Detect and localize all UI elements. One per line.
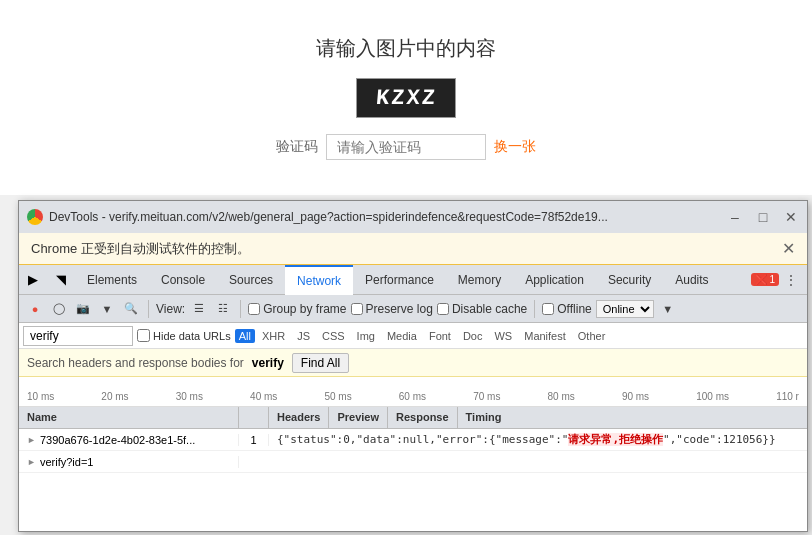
tab-elements[interactable]: Elements — [75, 265, 149, 295]
filter-font[interactable]: Font — [424, 329, 456, 343]
filter-all[interactable]: All — [235, 329, 255, 343]
tab-end-area: ❌ 1 ⋮ — [751, 272, 807, 288]
timeline-marker-110: 110 r — [776, 391, 799, 402]
tab-memory[interactable]: Memory — [446, 265, 513, 295]
devtools-tabs: ▶ ◥ Elements Console Sources Network Per… — [19, 265, 807, 295]
hide-data-url-checkbox[interactable] — [137, 329, 150, 342]
response-highlight: 请求异常,拒绝操作 — [568, 433, 663, 446]
separator-2 — [240, 300, 241, 318]
element-picker-icon[interactable]: ▶ — [19, 265, 47, 295]
tab-audits[interactable]: Audits — [663, 265, 720, 295]
tab-console[interactable]: Console — [149, 265, 217, 295]
view-large-button[interactable]: ☷ — [213, 299, 233, 319]
filter-js[interactable]: JS — [292, 329, 315, 343]
timeline-bar: 10 ms 20 ms 30 ms 40 ms 50 ms 60 ms 70 m… — [19, 377, 807, 407]
search-bar: Search headers and response bodies for v… — [19, 349, 807, 377]
banner-close-button[interactable]: ✕ — [782, 239, 795, 258]
filter-img[interactable]: Img — [352, 329, 380, 343]
filter-types: All XHR JS CSS Img Media Font Doc WS Man… — [235, 329, 611, 343]
captcha-label: 验证码 — [276, 138, 318, 156]
clear-button[interactable]: ◯ — [49, 299, 69, 319]
timeline-marker-60: 60 ms — [399, 391, 426, 402]
offline-checkbox[interactable] — [542, 303, 554, 315]
preserve-log-checkbox[interactable] — [351, 303, 363, 315]
filter-ws[interactable]: WS — [489, 329, 517, 343]
disable-cache-option: Disable cache — [437, 302, 527, 316]
captcha-controls: 验证码 换一张 — [276, 134, 536, 160]
tab-sources[interactable]: Sources — [217, 265, 285, 295]
offline-label: Offline — [557, 302, 591, 316]
search-button[interactable]: 🔍 — [121, 299, 141, 319]
record-button[interactable]: ● — [25, 299, 45, 319]
row1-name: ► 7390a676-1d2e-4b02-83e1-5f... — [19, 434, 239, 446]
filter-other[interactable]: Other — [573, 329, 611, 343]
timeline-marker-30: 30 ms — [176, 391, 203, 402]
filter-input[interactable] — [23, 326, 133, 346]
timeline-marker-70: 70 ms — [473, 391, 500, 402]
filter-media[interactable]: Media — [382, 329, 422, 343]
filter-toggle-button[interactable]: ▼ — [97, 299, 117, 319]
separator-1 — [148, 300, 149, 318]
camera-button[interactable]: 📷 — [73, 299, 93, 319]
devtools-toolbar: ● ◯ 📷 ▼ 🔍 View: ☰ ☷ Group by frame Prese… — [19, 295, 807, 323]
automation-text: Chrome 正受到自动测试软件的控制。 — [31, 240, 778, 258]
col-status — [239, 407, 269, 428]
disable-cache-checkbox[interactable] — [437, 303, 449, 315]
throttle-select[interactable]: Online — [596, 300, 654, 318]
search-prefix: Search headers and response bodies for — [27, 356, 244, 370]
device-toolbar-icon[interactable]: ◥ — [47, 265, 75, 295]
offline-option: Offline — [542, 302, 591, 316]
col-headers: Headers — [269, 407, 329, 428]
preserve-log-option: Preserve log — [351, 302, 433, 316]
disable-cache-label: Disable cache — [452, 302, 527, 316]
row2-expand-icon: ► — [27, 457, 36, 467]
devtools-title: DevTools - verify.meituan.com/v2/web/gen… — [49, 210, 721, 224]
response-suffix: ","code":121056}} — [663, 433, 776, 446]
close-button[interactable]: ✕ — [783, 209, 799, 225]
table-row[interactable]: ► 7390a676-1d2e-4b02-83e1-5f... 1 {"stat… — [19, 429, 807, 451]
row2-name: ► verify?id=1 — [19, 456, 239, 468]
timeline-marker-80: 80 ms — [548, 391, 575, 402]
group-by-frame-label: Group by frame — [263, 302, 346, 316]
find-all-button[interactable]: Find All — [292, 353, 349, 373]
view-label: View: — [156, 302, 185, 316]
tab-performance[interactable]: Performance — [353, 265, 446, 295]
refresh-captcha-link[interactable]: 换一张 — [494, 138, 536, 156]
filter-xhr[interactable]: XHR — [257, 329, 290, 343]
row1-response: {"status":0,"data":null,"error":{"messag… — [269, 432, 807, 447]
tab-network[interactable]: Network — [285, 265, 353, 295]
timeline-marker-90: 90 ms — [622, 391, 649, 402]
row1-expand-icon: ► — [27, 435, 36, 445]
captcha-display: KZXZ — [375, 86, 438, 111]
col-name: Name — [19, 407, 239, 428]
more-options-button[interactable]: ⋮ — [783, 272, 799, 288]
row1-status: 1 — [239, 434, 269, 446]
tab-application[interactable]: Application — [513, 265, 596, 295]
table-row[interactable]: ► verify?id=1 — [19, 451, 807, 473]
throttle-arrow[interactable]: ▼ — [658, 299, 678, 319]
col-response: Response — [388, 407, 458, 428]
captcha-image: KZXZ — [356, 78, 456, 118]
col-timing: Timing — [458, 407, 510, 428]
chrome-icon — [27, 209, 43, 225]
error-count: 1 — [769, 274, 775, 285]
timeline-markers: 10 ms 20 ms 30 ms 40 ms 50 ms 60 ms 70 m… — [27, 391, 799, 402]
page-title: 请输入图片中的内容 — [316, 35, 496, 62]
timeline-marker-40: 40 ms — [250, 391, 277, 402]
tab-security[interactable]: Security — [596, 265, 663, 295]
view-list-button[interactable]: ☰ — [189, 299, 209, 319]
filter-bar: Hide data URLs All XHR JS CSS Img Media … — [19, 323, 807, 349]
group-by-frame-checkbox[interactable] — [248, 303, 260, 315]
captcha-input[interactable] — [326, 134, 486, 160]
automation-banner: Chrome 正受到自动测试软件的控制。 ✕ — [19, 233, 807, 265]
minimize-button[interactable]: – — [727, 209, 743, 225]
devtools-titlebar: DevTools - verify.meituan.com/v2/web/gen… — [19, 201, 807, 233]
filter-doc[interactable]: Doc — [458, 329, 488, 343]
filter-css[interactable]: CSS — [317, 329, 350, 343]
search-keyword: verify — [252, 356, 284, 370]
maximize-button[interactable]: □ — [755, 209, 771, 225]
response-prefix: {"status":0,"data":null,"error":{"messag… — [277, 433, 568, 446]
timeline-marker-10: 10 ms — [27, 391, 54, 402]
filter-manifest[interactable]: Manifest — [519, 329, 571, 343]
table-header: Name Headers Preview Response Timing — [19, 407, 807, 429]
